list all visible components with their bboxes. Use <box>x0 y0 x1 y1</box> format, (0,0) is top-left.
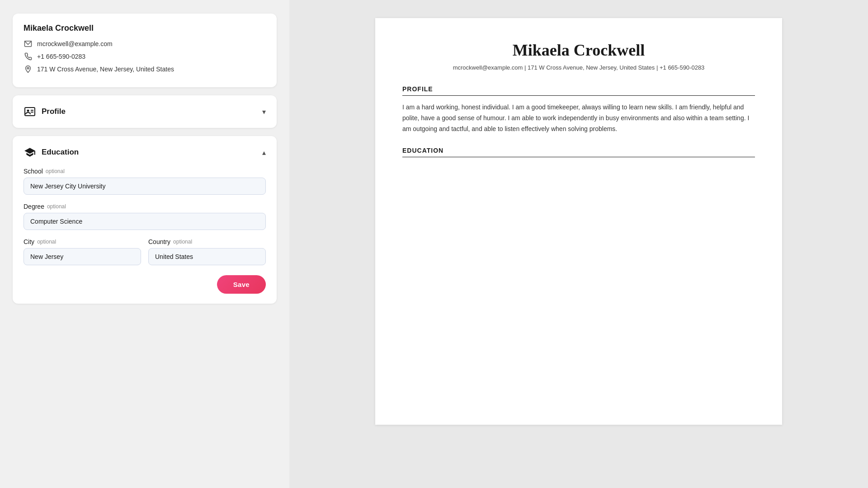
resume-education-title: EDUCATION <box>402 147 755 157</box>
education-title-group: Education <box>24 146 79 159</box>
right-panel: Mikaela Crockwell mcrockwell@example.com… <box>289 0 868 488</box>
city-label: City optional <box>24 238 141 245</box>
country-group: Country optional <box>148 238 266 265</box>
location-icon <box>24 65 33 74</box>
phone-row: +1 665-590-0283 <box>24 52 266 61</box>
profile-section-title: Profile <box>42 107 66 116</box>
school-label: School optional <box>24 168 266 175</box>
svg-point-1 <box>27 67 29 69</box>
resume-profile-section: PROFILE I am a hard working, honest indi… <box>402 85 755 134</box>
education-card: Education ▴ School optional Degree optio… <box>13 136 277 304</box>
city-input[interactable] <box>24 248 141 265</box>
email-text: mcrockwell@example.com <box>37 40 113 47</box>
resume-profile-title: PROFILE <box>402 85 755 96</box>
address-row: 171 W Cross Avenue, New Jersey, United S… <box>24 65 266 74</box>
save-button[interactable]: Save <box>217 275 266 294</box>
save-btn-row: Save <box>24 275 266 294</box>
phone-text: +1 665-590-0283 <box>37 53 85 60</box>
degree-label: Degree optional <box>24 203 266 210</box>
left-panel: Mikaela Crockwell mcrockwell@example.com… <box>0 0 289 488</box>
city-optional: optional <box>37 239 56 245</box>
country-optional: optional <box>173 239 192 245</box>
profile-title-group: Profile <box>24 105 66 118</box>
contact-card: Mikaela Crockwell mcrockwell@example.com… <box>13 14 277 87</box>
education-chevron-icon: ▴ <box>262 148 266 157</box>
resume-education-section: EDUCATION <box>402 147 755 157</box>
profile-icon <box>24 105 36 118</box>
degree-group: Degree optional <box>24 203 266 230</box>
education-section-header[interactable]: Education ▴ <box>24 146 266 159</box>
contact-name: Mikaela Crockwell <box>24 23 266 33</box>
school-input[interactable] <box>24 178 266 195</box>
country-input[interactable] <box>148 248 266 265</box>
svg-point-3 <box>27 110 29 112</box>
address-text: 171 W Cross Avenue, New Jersey, United S… <box>37 66 174 73</box>
education-form: School optional Degree optional City opt… <box>24 168 266 294</box>
profile-chevron-icon: ▾ <box>262 108 266 116</box>
city-country-row: City optional Country optional <box>24 238 266 265</box>
phone-icon <box>24 52 33 61</box>
resume-contact-line: mcrockwell@example.com | 171 W Cross Ave… <box>402 64 755 71</box>
email-row: mcrockwell@example.com <box>24 39 266 48</box>
profile-section-header[interactable]: Profile ▾ <box>24 105 266 118</box>
email-icon <box>24 39 33 48</box>
profile-card: Profile ▾ <box>13 95 277 128</box>
country-label: Country optional <box>148 238 266 245</box>
degree-optional: optional <box>47 203 66 210</box>
city-group: City optional <box>24 238 141 265</box>
education-section-title: Education <box>42 148 79 157</box>
resume-container: Mikaela Crockwell mcrockwell@example.com… <box>375 18 782 425</box>
education-icon <box>24 146 36 159</box>
school-group: School optional <box>24 168 266 195</box>
resume-profile-body: I am a hard working, honest individual. … <box>402 102 755 134</box>
resume-name: Mikaela Crockwell <box>402 41 755 60</box>
degree-input[interactable] <box>24 213 266 230</box>
school-optional: optional <box>46 168 65 174</box>
